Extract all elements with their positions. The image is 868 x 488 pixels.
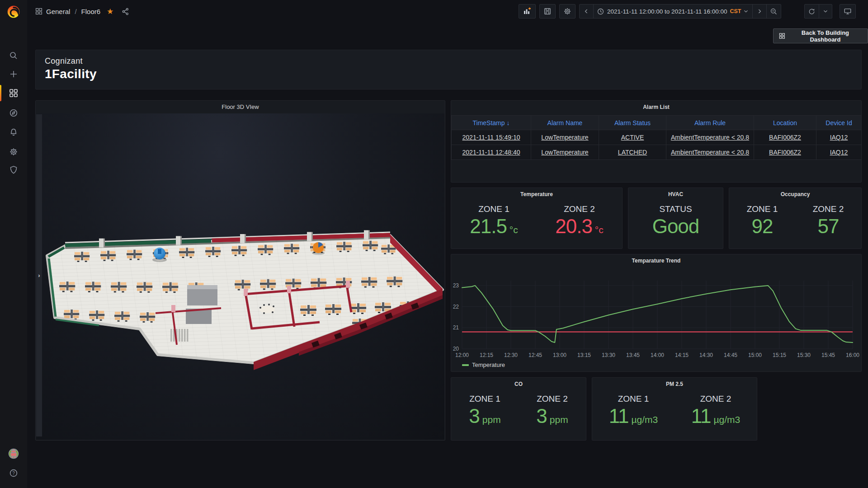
svg-text:13:00: 13:00 [553, 352, 566, 358]
alarm-status-link[interactable]: LATCHED [618, 149, 647, 156]
sidebar: ? [0, 0, 27, 488]
stat-occupancy-zone1: ZONE 1 92 [747, 204, 778, 237]
kiosk-mode-button[interactable] [840, 4, 856, 19]
stat-pm25-zone1: ZONE 1 11µg/m3 [609, 394, 658, 427]
refresh-button[interactable] [805, 5, 819, 18]
floor-3d-model [36, 101, 446, 441]
alarm-row: 2021-11-11 12:48:40 LowTemperature LATCH… [452, 145, 862, 160]
alarm-location-link[interactable]: BAFI006Z2 [769, 149, 801, 156]
panel-temperature-trend: Temparature Trend 12:0012:1512:3012:4513… [451, 254, 862, 372]
stat-value: 57 [813, 216, 844, 237]
grafana-logo[interactable] [6, 4, 21, 19]
back-to-building-dashboard-button[interactable]: Back To Building Dashboard [773, 28, 868, 43]
alarm-device-link[interactable]: IAQ12 [830, 134, 848, 141]
stat-hvac-status: STATUS Good [652, 204, 699, 237]
alarm-status-link[interactable]: ACTIVE [621, 134, 644, 141]
stat-value: 3ppm [469, 406, 500, 427]
alarm-row: 2021-11-11 15:49:10 LowTemperature ACTIV… [452, 130, 862, 145]
search-icon [9, 51, 18, 60]
sidebar-item-help[interactable]: ? [0, 464, 27, 483]
svg-text:14:30: 14:30 [699, 352, 713, 358]
column-header-alarm-status[interactable]: Alarm Status [599, 116, 666, 130]
column-header-alarm-rule[interactable]: Alarm Rule [666, 116, 754, 130]
svg-text:23: 23 [453, 282, 459, 289]
bell-icon [9, 128, 18, 137]
stat-label: ZONE 2 [691, 394, 740, 404]
stat-occupancy-zone2: ZONE 2 57 [813, 204, 844, 237]
panel-header-temperature[interactable]: Temperature [451, 188, 622, 201]
gear-icon [9, 147, 18, 156]
sidebar-item-search[interactable] [0, 46, 27, 65]
apps-grid-icon [35, 8, 42, 15]
sidebar-item-configuration[interactable] [0, 142, 27, 161]
svg-text:12:45: 12:45 [528, 352, 542, 358]
breadcrumb-page[interactable]: Floor6 [81, 8, 101, 15]
dashboard-settings-button[interactable] [559, 4, 576, 19]
svg-text:12:00: 12:00 [455, 352, 469, 358]
sidebar-item-server-admin[interactable] [0, 160, 27, 179]
panel-pm25: PM 2.5 ZONE 1 11µg/m3 ZONE 2 11µg/m3 [592, 377, 757, 441]
time-range-display[interactable]: 2021-11-11 12:00:00 to 2021-11-11 16:00:… [593, 5, 752, 18]
favorite-star-icon[interactable]: ★ [107, 7, 113, 16]
column-header-timestamp[interactable]: TimeStamp ↓ [452, 116, 531, 130]
alarm-name-link[interactable]: LowTemperature [541, 134, 588, 141]
alarm-rule-link[interactable]: AmbientTemperature < 20.8 [671, 134, 749, 141]
panel-header-co[interactable]: CO [451, 378, 586, 390]
panel-dashboard-header: Cognizant 1Facility [35, 50, 862, 89]
compass-icon [9, 108, 18, 117]
stat-label: STATUS [652, 204, 699, 214]
add-panel-button[interactable] [519, 4, 536, 19]
legend-item-temperature[interactable]: Temperature [462, 361, 505, 368]
alarm-timestamp-link[interactable]: 2021-11-11 15:49:10 [462, 134, 520, 141]
sidebar-item-alerting[interactable] [0, 123, 27, 142]
svg-text:15:30: 15:30 [797, 352, 811, 358]
alarm-rule-link[interactable]: AmbientTemperature < 20.8 [671, 149, 749, 156]
breadcrumb-separator: / [75, 8, 76, 15]
refresh-control [804, 4, 832, 19]
column-header-device-id[interactable]: Device Id [816, 116, 862, 130]
stat-value: 11µg/m3 [691, 406, 740, 427]
chevron-right-icon [756, 8, 763, 15]
grafana-dashboard: ? General / Floor6 ★ [0, 0, 868, 488]
sidebar-item-explore[interactable] [0, 103, 27, 122]
chevron-left-icon [583, 8, 590, 15]
panel-header-hvac[interactable]: HVAC [628, 188, 723, 201]
clock-icon [597, 8, 604, 15]
sidebar-item-create[interactable] [0, 65, 27, 84]
legend-label: Temperature [472, 361, 505, 368]
zoom-out-time-button[interactable] [766, 5, 781, 18]
svg-text:14:45: 14:45 [724, 352, 737, 358]
panel-header-alarm-list[interactable]: Alarm List [451, 101, 861, 113]
panel-header-occupancy[interactable]: Occupancy [729, 188, 861, 201]
save-dashboard-button[interactable] [539, 4, 556, 19]
stat-value: 21.5°c [470, 216, 518, 237]
alarm-name-link[interactable]: LowTemperature [541, 149, 588, 156]
refresh-interval-dropdown[interactable] [819, 5, 832, 18]
svg-text:15:00: 15:00 [748, 352, 762, 358]
alarm-location-link[interactable]: BAFI006Z2 [769, 134, 801, 141]
svg-text:13:15: 13:15 [577, 352, 591, 358]
share-icon[interactable] [122, 8, 129, 15]
apps-grid-icon [779, 33, 785, 39]
panel-header-floor3d[interactable]: Floor 3D VIew [36, 101, 445, 113]
breadcrumb-section[interactable]: General [46, 8, 70, 15]
column-header-alarm-name[interactable]: Alarm Name [531, 116, 599, 130]
time-range-label: 2021-11-11 12:00:00 to 2021-11-11 16:00:… [607, 8, 727, 15]
alarm-device-link[interactable]: IAQ12 [830, 149, 848, 156]
panel-header-pm25[interactable]: PM 2.5 [592, 378, 757, 390]
sidebar-item-profile[interactable] [0, 444, 27, 463]
refresh-icon [808, 8, 816, 15]
time-range-back-button[interactable] [580, 5, 593, 18]
alarm-table: TimeStamp ↓ Alarm Name Alarm Status Alar… [451, 115, 862, 160]
time-picker: 2021-11-11 12:00:00 to 2021-11-11 16:00:… [579, 4, 781, 19]
org-name: Cognizant [45, 56, 852, 66]
chevron-down-icon [743, 8, 749, 14]
panel-header-trend[interactable]: Temparature Trend [451, 254, 861, 267]
column-header-location[interactable]: Location [754, 116, 816, 130]
panel-floor-3d-view: Floor 3D VIew › [35, 100, 445, 441]
time-range-forward-button[interactable] [752, 5, 766, 18]
stat-label: ZONE 2 [813, 204, 844, 214]
layer-drawer-toggle[interactable]: › [36, 114, 42, 436]
sidebar-item-dashboards[interactable] [0, 84, 27, 103]
alarm-timestamp-link[interactable]: 2021-11-11 12:48:40 [462, 149, 520, 156]
